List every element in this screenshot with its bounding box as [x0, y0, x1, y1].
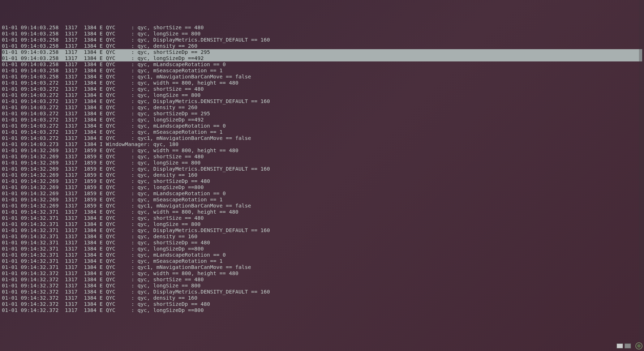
- log-line[interactable]: 01-01 09:14:32.372 1317 1384 E QYC : qyc…: [2, 283, 642, 289]
- log-line[interactable]: 01-01 09:14:03.258 1317 1384 E QYC : qyc…: [2, 31, 642, 37]
- log-line[interactable]: 01-01 09:14:03.272 1317 1384 E QYC : qyc…: [2, 129, 642, 135]
- log-line[interactable]: 01-01 09:14:03.272 1317 1384 E QYC : qyc…: [2, 135, 642, 141]
- system-tray-icon[interactable]: [635, 342, 643, 350]
- log-line[interactable]: 01-01 09:14:03.272 1317 1384 E QYC : qyc…: [2, 86, 642, 92]
- log-line[interactable]: 01-01 09:14:03.258 1317 1384 E QYC : qyc…: [2, 25, 642, 31]
- log-line[interactable]: 01-01 09:14:03.272 1317 1384 E QYC : qyc…: [2, 98, 642, 104]
- log-line[interactable]: 01-01 09:14:32.269 1317 1859 E QYC : qyc…: [2, 203, 642, 209]
- log-line[interactable]: 01-01 09:14:03.258 1317 1384 E QYC : qyc…: [2, 49, 642, 55]
- scrollbar[interactable]: [639, 0, 644, 340]
- log-line[interactable]: 01-01 09:14:03.273 1317 1384 I WindowMan…: [2, 141, 642, 147]
- log-line[interactable]: 01-01 09:14:03.258 1317 1384 E QYC : qyc…: [2, 55, 642, 61]
- log-line[interactable]: 01-01 09:14:03.272 1317 1384 E QYC : qyc…: [2, 111, 642, 117]
- log-line[interactable]: 01-01 09:14:32.269 1317 1859 E QYC : qyc…: [2, 172, 642, 178]
- window-switcher-icon[interactable]: [624, 343, 631, 348]
- log-line[interactable]: 01-01 09:14:32.269 1317 1859 E QYC : qyc…: [2, 166, 642, 172]
- taskbar: [615, 341, 644, 351]
- log-line[interactable]: 01-01 09:14:03.272 1317 1384 E QYC : qyc…: [2, 104, 642, 111]
- log-line[interactable]: 01-01 09:14:32.371 1317 1384 E QYC : qyc…: [2, 209, 642, 215]
- log-line[interactable]: 01-01 09:14:32.372 1317 1384 E QYC : qyc…: [2, 307, 642, 313]
- log-line[interactable]: 01-01 09:14:03.258 1317 1384 E QYC : qyc…: [2, 74, 642, 80]
- log-line[interactable]: 01-01 09:14:03.272 1317 1384 E QYC : qyc…: [2, 123, 642, 129]
- log-line[interactable]: 01-01 09:14:32.372 1317 1384 E QYC : qyc…: [2, 277, 642, 283]
- log-line[interactable]: 01-01 09:14:32.371 1317 1384 E QYC : qyc…: [2, 252, 642, 258]
- log-line[interactable]: 01-01 09:14:32.269 1317 1859 E QYC : qyc…: [2, 147, 642, 154]
- log-line[interactable]: 01-01 09:14:32.269 1317 1859 E QYC : qyc…: [2, 178, 642, 184]
- log-line[interactable]: 01-01 09:14:32.269 1317 1859 E QYC : qyc…: [2, 197, 642, 203]
- log-line[interactable]: 01-01 09:14:32.372 1317 1384 E QYC : qyc…: [2, 270, 642, 277]
- log-line[interactable]: 01-01 09:14:32.269 1317 1859 E QYC : qyc…: [2, 191, 642, 197]
- log-line[interactable]: 01-01 09:14:03.258 1317 1384 E QYC : qyc…: [2, 61, 642, 68]
- window-switcher-icon[interactable]: [617, 343, 623, 348]
- log-line[interactable]: 01-01 09:14:03.258 1317 1384 E QYC : qyc…: [2, 37, 642, 43]
- log-line[interactable]: 01-01 09:14:32.371 1317 1384 E QYC : qyc…: [2, 246, 642, 252]
- log-line[interactable]: 01-01 09:14:32.371 1317 1384 E QYC : qyc…: [2, 227, 642, 234]
- log-line[interactable]: 01-01 09:14:32.372 1317 1384 E QYC : qyc…: [2, 289, 642, 295]
- log-line[interactable]: 01-01 09:14:32.269 1317 1859 E QYC : qyc…: [2, 154, 642, 160]
- log-line[interactable]: 01-01 09:14:32.269 1317 1859 E QYC : qyc…: [2, 160, 642, 166]
- log-line[interactable]: 01-01 09:14:03.258 1317 1384 E QYC : qyc…: [2, 43, 642, 49]
- log-line[interactable]: 01-01 09:14:03.272 1317 1384 E QYC : qyc…: [2, 117, 642, 123]
- log-line[interactable]: 01-01 09:14:32.371 1317 1384 E QYC : qyc…: [2, 215, 642, 221]
- log-line[interactable]: 01-01 09:14:32.372 1317 1384 E QYC : qyc…: [2, 295, 642, 301]
- log-line[interactable]: 01-01 09:14:03.272 1317 1384 E QYC : qyc…: [2, 80, 642, 86]
- log-line[interactable]: 01-01 09:14:32.371 1317 1384 E QYC : qyc…: [2, 258, 642, 264]
- log-line[interactable]: 01-01 09:14:32.371 1317 1384 E QYC : qyc…: [2, 264, 642, 270]
- log-line[interactable]: 01-01 09:14:03.272 1317 1384 E QYC : qyc…: [2, 92, 642, 98]
- terminal-output[interactable]: 01-01 09:14:03.258 1317 1384 E QYC : qyc…: [0, 25, 644, 313]
- log-line[interactable]: 01-01 09:14:03.258 1317 1384 E QYC : qyc…: [2, 68, 642, 74]
- log-line[interactable]: 01-01 09:14:32.269 1317 1859 E QYC : qyc…: [2, 184, 642, 191]
- log-line[interactable]: 01-01 09:14:32.371 1317 1384 E QYC : qyc…: [2, 240, 642, 246]
- log-line[interactable]: 01-01 09:14:32.371 1317 1384 E QYC : qyc…: [2, 221, 642, 227]
- log-line[interactable]: 01-01 09:14:32.372 1317 1384 E QYC : qyc…: [2, 301, 642, 307]
- log-line[interactable]: 01-01 09:14:32.371 1317 1384 E QYC : qyc…: [2, 234, 642, 240]
